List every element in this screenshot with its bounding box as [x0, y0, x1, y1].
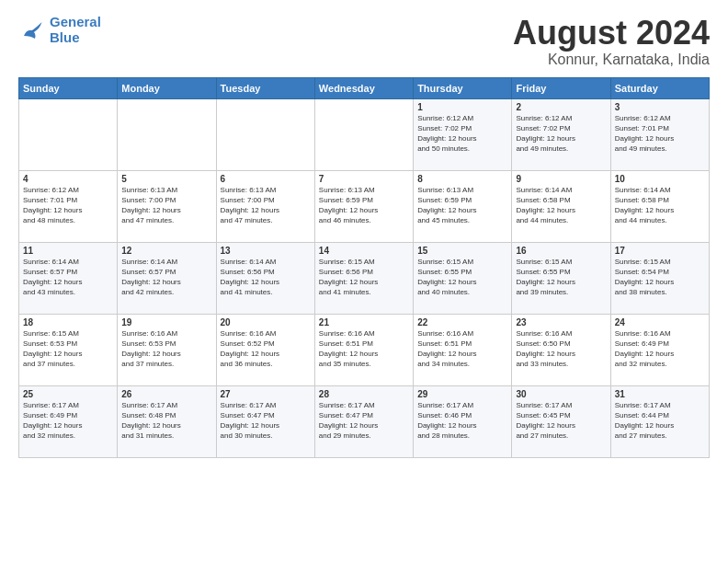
day-number: 31 [615, 389, 705, 399]
logo-line1: General [50, 14, 101, 29]
header-thursday: Thursday [414, 77, 512, 98]
week-row-2: 4Sunrise: 6:12 AM Sunset: 7:01 PM Daylig… [19, 170, 710, 242]
header-saturday: Saturday [610, 77, 709, 98]
calendar-cell: 27Sunrise: 6:17 AM Sunset: 6:47 PM Dayli… [216, 385, 314, 457]
day-info: Sunrise: 6:14 AM Sunset: 6:58 PM Dayligh… [516, 185, 606, 226]
day-number: 8 [417, 174, 507, 184]
day-info: Sunrise: 6:13 AM Sunset: 6:59 PM Dayligh… [417, 185, 507, 226]
calendar-title: August 2024 [513, 15, 710, 52]
day-number: 12 [121, 246, 211, 256]
calendar-cell [314, 98, 413, 170]
day-info: Sunrise: 6:14 AM Sunset: 6:57 PM Dayligh… [121, 257, 211, 298]
day-number: 23 [516, 317, 606, 327]
calendar-cell: 29Sunrise: 6:17 AM Sunset: 6:46 PM Dayli… [414, 385, 512, 457]
calendar-subtitle: Konnur, Karnataka, India [513, 52, 710, 68]
day-number: 20 [221, 317, 311, 327]
day-info: Sunrise: 6:14 AM Sunset: 6:57 PM Dayligh… [23, 257, 113, 298]
calendar-cell: 5Sunrise: 6:13 AM Sunset: 7:00 PM Daylig… [118, 170, 216, 242]
calendar-cell: 26Sunrise: 6:17 AM Sunset: 6:48 PM Dayli… [118, 385, 216, 457]
calendar-cell: 30Sunrise: 6:17 AM Sunset: 6:45 PM Dayli… [512, 385, 610, 457]
week-row-5: 25Sunrise: 6:17 AM Sunset: 6:49 PM Dayli… [19, 385, 710, 457]
day-number: 18 [23, 317, 113, 327]
day-info: Sunrise: 6:12 AM Sunset: 7:01 PM Dayligh… [615, 113, 705, 155]
day-number: 19 [121, 317, 211, 327]
calendar-cell: 12Sunrise: 6:14 AM Sunset: 6:57 PM Dayli… [118, 242, 216, 314]
day-number: 4 [23, 174, 113, 184]
day-info: Sunrise: 6:15 AM Sunset: 6:54 PM Dayligh… [615, 257, 705, 298]
day-number: 2 [516, 102, 606, 112]
day-number: 21 [319, 317, 409, 327]
calendar-cell: 9Sunrise: 6:14 AM Sunset: 6:58 PM Daylig… [512, 170, 610, 242]
day-info: Sunrise: 6:17 AM Sunset: 6:45 PM Dayligh… [516, 400, 606, 442]
day-number: 6 [221, 174, 311, 184]
day-info: Sunrise: 6:16 AM Sunset: 6:49 PM Dayligh… [615, 328, 705, 370]
calendar-table: Sunday Monday Tuesday Wednesday Thursday… [18, 77, 710, 458]
week-row-4: 18Sunrise: 6:15 AM Sunset: 6:53 PM Dayli… [19, 314, 710, 385]
calendar-cell: 3Sunrise: 6:12 AM Sunset: 7:01 PM Daylig… [610, 98, 709, 170]
day-info: Sunrise: 6:12 AM Sunset: 7:02 PM Dayligh… [417, 113, 507, 155]
calendar-cell: 31Sunrise: 6:17 AM Sunset: 6:44 PM Dayli… [610, 385, 709, 457]
calendar-cell: 20Sunrise: 6:16 AM Sunset: 6:52 PM Dayli… [216, 314, 314, 385]
calendar-cell [118, 98, 216, 170]
day-info: Sunrise: 6:17 AM Sunset: 6:44 PM Dayligh… [615, 400, 705, 442]
day-info: Sunrise: 6:15 AM Sunset: 6:53 PM Dayligh… [23, 328, 113, 370]
day-info: Sunrise: 6:15 AM Sunset: 6:55 PM Dayligh… [516, 257, 606, 298]
day-number: 3 [615, 102, 705, 112]
day-info: Sunrise: 6:12 AM Sunset: 7:01 PM Dayligh… [23, 185, 113, 226]
calendar-cell [216, 98, 314, 170]
week-row-3: 11Sunrise: 6:14 AM Sunset: 6:57 PM Dayli… [19, 242, 710, 314]
calendar-cell: 18Sunrise: 6:15 AM Sunset: 6:53 PM Dayli… [19, 314, 118, 385]
day-number: 25 [23, 389, 113, 399]
calendar-cell: 6Sunrise: 6:13 AM Sunset: 7:00 PM Daylig… [216, 170, 314, 242]
calendar-cell: 10Sunrise: 6:14 AM Sunset: 6:58 PM Dayli… [610, 170, 709, 242]
page-header: General Blue August 2024 Konnur, Karnata… [18, 15, 710, 68]
day-number: 14 [319, 246, 409, 256]
day-info: Sunrise: 6:14 AM Sunset: 6:56 PM Dayligh… [221, 257, 311, 298]
day-number: 29 [417, 389, 507, 399]
logo-icon [18, 17, 46, 44]
calendar-cell: 7Sunrise: 6:13 AM Sunset: 6:59 PM Daylig… [314, 170, 413, 242]
day-info: Sunrise: 6:16 AM Sunset: 6:51 PM Dayligh… [319, 328, 409, 370]
calendar-cell: 2Sunrise: 6:12 AM Sunset: 7:02 PM Daylig… [512, 98, 610, 170]
day-number: 27 [221, 389, 311, 399]
calendar-cell: 16Sunrise: 6:15 AM Sunset: 6:55 PM Dayli… [512, 242, 610, 314]
day-number: 17 [615, 246, 705, 256]
day-info: Sunrise: 6:16 AM Sunset: 6:51 PM Dayligh… [417, 328, 507, 370]
calendar-cell: 15Sunrise: 6:15 AM Sunset: 6:55 PM Dayli… [414, 242, 512, 314]
calendar-cell: 8Sunrise: 6:13 AM Sunset: 6:59 PM Daylig… [414, 170, 512, 242]
day-number: 28 [319, 389, 409, 399]
day-number: 5 [121, 174, 211, 184]
day-info: Sunrise: 6:17 AM Sunset: 6:49 PM Dayligh… [23, 400, 113, 442]
day-info: Sunrise: 6:17 AM Sunset: 6:47 PM Dayligh… [319, 400, 409, 442]
day-number: 13 [221, 246, 311, 256]
calendar-cell: 28Sunrise: 6:17 AM Sunset: 6:47 PM Dayli… [314, 385, 413, 457]
calendar-cell: 22Sunrise: 6:16 AM Sunset: 6:51 PM Dayli… [414, 314, 512, 385]
calendar-cell: 11Sunrise: 6:14 AM Sunset: 6:57 PM Dayli… [19, 242, 118, 314]
logo: General Blue [18, 15, 101, 45]
day-info: Sunrise: 6:12 AM Sunset: 7:02 PM Dayligh… [516, 113, 606, 155]
day-number: 26 [121, 389, 211, 399]
calendar-cell: 17Sunrise: 6:15 AM Sunset: 6:54 PM Dayli… [610, 242, 709, 314]
day-number: 15 [417, 246, 507, 256]
day-info: Sunrise: 6:13 AM Sunset: 7:00 PM Dayligh… [221, 185, 311, 226]
weekday-header-row: Sunday Monday Tuesday Wednesday Thursday… [19, 77, 710, 98]
calendar-cell: 19Sunrise: 6:16 AM Sunset: 6:53 PM Dayli… [118, 314, 216, 385]
day-info: Sunrise: 6:15 AM Sunset: 6:56 PM Dayligh… [319, 257, 409, 298]
calendar-cell: 1Sunrise: 6:12 AM Sunset: 7:02 PM Daylig… [414, 98, 512, 170]
day-number: 30 [516, 389, 606, 399]
day-number: 7 [319, 174, 409, 184]
day-info: Sunrise: 6:17 AM Sunset: 6:46 PM Dayligh… [417, 400, 507, 442]
calendar-cell [19, 98, 118, 170]
day-number: 22 [417, 317, 507, 327]
calendar-cell: 4Sunrise: 6:12 AM Sunset: 7:01 PM Daylig… [19, 170, 118, 242]
day-number: 10 [615, 174, 705, 184]
day-info: Sunrise: 6:17 AM Sunset: 6:48 PM Dayligh… [121, 400, 211, 442]
calendar-cell: 23Sunrise: 6:16 AM Sunset: 6:50 PM Dayli… [512, 314, 610, 385]
header-friday: Friday [512, 77, 610, 98]
calendar-cell: 25Sunrise: 6:17 AM Sunset: 6:49 PM Dayli… [19, 385, 118, 457]
day-number: 24 [615, 317, 705, 327]
day-info: Sunrise: 6:13 AM Sunset: 6:59 PM Dayligh… [319, 185, 409, 226]
day-number: 1 [417, 102, 507, 112]
header-sunday: Sunday [19, 77, 118, 98]
day-info: Sunrise: 6:16 AM Sunset: 6:50 PM Dayligh… [516, 328, 606, 370]
